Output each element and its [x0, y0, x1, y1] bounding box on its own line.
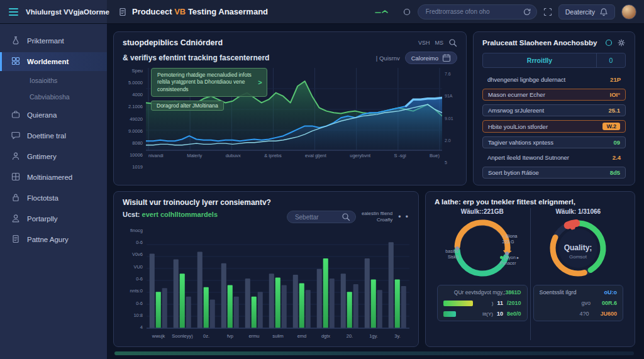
- anomaly-row[interactable]: dhvengenei lignbge dulernact21P: [482, 74, 626, 85]
- sidebar-item-iosaioiths[interactable]: Iosaioiths: [0, 73, 107, 88]
- sidebar-item-pattne-agury[interactable]: Pattne Agury: [0, 230, 107, 249]
- app-root: Vhiulurgst VVgjaOtorme Producect VB Test…: [0, 0, 644, 359]
- date-range-button[interactable]: Caloreimo: [405, 52, 457, 64]
- anomaly-row[interactable]: Mason ecurner EcherIOI°: [482, 89, 626, 101]
- bar-search-input[interactable]: [295, 214, 338, 221]
- right-tick: 91A: [445, 94, 452, 98]
- density-button[interactable]: Deatercity: [558, 4, 615, 19]
- bar-y-tick: 0-6: [136, 301, 143, 306]
- sidebar-item-priktermant[interactable]: Priktermant: [0, 31, 107, 50]
- x-tick: S -sgi: [394, 153, 406, 158]
- refresh-icon[interactable]: [523, 8, 531, 16]
- user-avatar[interactable]: [621, 4, 636, 19]
- events-title: stuopdepiblics Cdniórderd: [123, 38, 223, 47]
- bar-x-axis-labels: wwujkSoonleyy)0z.fvpermusulimemddgtx20.1…: [147, 332, 409, 339]
- right-tick: 7.6: [445, 72, 451, 76]
- events-meta-vsh: VSH: [418, 40, 430, 46]
- bar-x-tick: 1gy.: [362, 333, 386, 339]
- gauge1-label-left: basibo Siski): [437, 248, 458, 260]
- date-range-label: Caloreimo: [411, 55, 438, 62]
- usage-heading: QUr eevtsdgvot mgy,;3861D: [443, 289, 521, 295]
- anomaly-row[interactable]: Hbite youlLion stforderW.2: [482, 120, 626, 133]
- subtitle-accent: evert colhlltommardels: [142, 211, 218, 218]
- bar-x-tick: emd: [290, 333, 314, 339]
- gauge1-chart[interactable]: [450, 216, 515, 281]
- right-tick: 2.0: [445, 138, 451, 143]
- sidebar-item-moltiniamered[interactable]: Moltiniamered: [0, 168, 107, 187]
- page-icon: [118, 8, 127, 16]
- page-title-accent: VB: [174, 7, 186, 16]
- global-search[interactable]: [418, 4, 537, 19]
- trackers-panel: A lathe: erp you tnekler fittest elrignm…: [425, 191, 635, 347]
- chart-tooltip[interactable]: Pemotering rhatdige mecnaludied infots r…: [151, 68, 267, 97]
- tab-priority[interactable]: Rrroitlly: [483, 53, 596, 67]
- header-actions: Deatercity: [375, 4, 644, 19]
- consistency-title: Wisiult vur troinoucly lyerr consiemantv…: [123, 198, 409, 207]
- chart-tag[interactable]: Doragrod alter JMoltinana: [151, 101, 224, 111]
- line-chart-plot[interactable]: nivandiMalerlydubuvx& iprebseval gljentu…: [146, 68, 442, 179]
- refresh-circle-icon[interactable]: [604, 38, 613, 47]
- sidebar-item-worldement[interactable]: Worldement: [0, 52, 107, 71]
- search-input[interactable]: [426, 8, 519, 15]
- stat-row: 4?0JU600: [540, 311, 618, 317]
- brief-icon: [11, 110, 20, 120]
- more-menu-icon[interactable]: • •: [398, 213, 409, 221]
- sidebar-item-doettine-tral[interactable]: Doettine tral: [0, 126, 107, 145]
- y-tick: 5.0000: [128, 80, 143, 86]
- tab-count-badge[interactable]: 0: [596, 53, 625, 67]
- events-panel: stuopdepiblics Cdniórderd VSH MS & verif…: [113, 31, 467, 185]
- menu-icon[interactable]: [9, 8, 18, 16]
- x-tick: ugerybvnt: [350, 153, 370, 158]
- bar-search[interactable]: [287, 211, 356, 223]
- y-tick: 9.0006: [128, 128, 143, 134]
- sidebar-item-floctotsta[interactable]: Floctotsta: [0, 189, 107, 207]
- gauge1-title: Wäulk::221GB: [461, 208, 504, 215]
- bar-y-tick: 0-6: [136, 240, 143, 245]
- sidebar-item-gntimery[interactable]: Gntimery: [0, 147, 107, 166]
- x-tick: eval gljent: [305, 153, 326, 158]
- x-tick: dubuvx: [226, 153, 241, 158]
- anomaly-tabs: Rrroitlly 0: [482, 53, 626, 68]
- sidebar-item-cabviabiosha[interactable]: Cabviabiosha: [0, 89, 107, 104]
- chevron-right-icon[interactable]: >: [258, 78, 262, 87]
- y-tick: 8080: [132, 140, 143, 146]
- dash-icon: [11, 57, 20, 67]
- usage-card: QUr eevtsdgvot mgy,;3861D )11/2010Iit(Y)…: [437, 285, 528, 321]
- sidebar-item-quierana[interactable]: Quierana: [0, 106, 107, 124]
- doc-icon: [11, 235, 20, 245]
- search-icon: [341, 213, 350, 221]
- value-badge: W.2: [602, 123, 620, 130]
- usage-bar-row: Iit(Y)108e0/0: [443, 311, 521, 317]
- anomaly-row[interactable]: Amsrwog srJulereent25.1: [482, 104, 626, 116]
- anomaly-row[interactable]: Anpert ileeld Itewond Sutnoner2.4: [482, 152, 626, 163]
- focus-mode-icon[interactable]: [543, 8, 552, 16]
- bar-y-tick: VU0: [133, 264, 143, 270]
- anomaly-row[interactable]: Tagiver vahtions xpntess09: [482, 136, 626, 148]
- tooltip-line: reltila yratgprent ba Dhontdiaou vene: [157, 79, 252, 86]
- events-meta-ms: MS: [435, 40, 444, 46]
- bar-x-tick: wwujk: [147, 333, 170, 339]
- stats-heading: Soentsslit Ilgrd oU:o: [540, 289, 618, 295]
- gear-icon[interactable]: [617, 38, 626, 47]
- sidebar-item-portarplly[interactable]: Portarplly: [0, 209, 107, 228]
- anomaly-row-list: dhvengenei lignbge dulernact21PMason ecu…: [482, 70, 626, 179]
- calendar-icon: [442, 53, 451, 62]
- subtitle-prefix: Ucst:: [123, 211, 140, 218]
- anomaly-row[interactable]: Soert bytion Rátioe8d5: [482, 167, 626, 179]
- gauge1-label-right-top: ~ Biona 223 G: [502, 233, 528, 245]
- top-bar: Vhiulurgst VVgjaOtorme Producect VB Test…: [0, 0, 644, 24]
- user-icon: [11, 152, 20, 162]
- gauge2-title: Wäulk: 1/31066: [555, 208, 601, 215]
- status-icon[interactable]: [402, 8, 411, 16]
- consistency-subtitle: Ucst: evert colhlltommardels: [123, 211, 218, 218]
- panel-search-icon[interactable]: [448, 38, 457, 47]
- x-tick: & iprebs: [264, 153, 282, 158]
- y-tick: 4000: [132, 92, 143, 97]
- flask-icon: [11, 36, 20, 46]
- bar-chart-area[interactable]: wwujkSoonleyy)0z.fvpermusulimemddgtx20.1…: [147, 226, 409, 341]
- bar-y-tick: V0v6: [132, 251, 143, 257]
- sparkline-icon: [375, 8, 396, 16]
- gauge2-chart[interactable]: Quality;Gomsot: [545, 216, 611, 281]
- bottom-scroll-strip[interactable]: [114, 351, 634, 355]
- bar-x-tick: 3y.: [386, 333, 409, 339]
